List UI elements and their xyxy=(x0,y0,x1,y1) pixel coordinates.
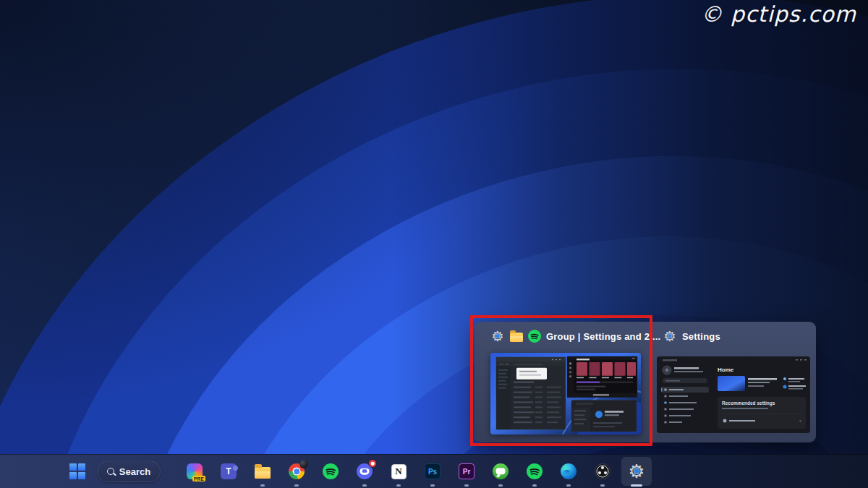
running-indicator xyxy=(464,484,469,487)
taskbar-item-google-chrome[interactable] xyxy=(281,455,312,488)
group-preview-thumbnail[interactable] xyxy=(490,353,641,435)
spotify-icon xyxy=(323,463,339,479)
settings-preview-thumbnail[interactable]: Home Recommended settings xyxy=(657,356,810,433)
group-preview-title: Group | Settings and 2 ... xyxy=(546,331,660,342)
taskbar-item-discord[interactable] xyxy=(349,455,380,488)
taskbar-item-settings[interactable]: ⚙ xyxy=(621,455,652,488)
preview-badge: PRE xyxy=(192,476,205,481)
windows-logo-icon xyxy=(69,463,85,479)
mini-file-explorer-window xyxy=(496,357,566,429)
taskbar-item-spotify-pinned[interactable] xyxy=(315,455,346,488)
taskbar-item-obs-studio[interactable] xyxy=(587,455,618,488)
notification-badge xyxy=(368,459,377,468)
spotify-icon xyxy=(528,330,541,343)
start-button[interactable] xyxy=(67,455,88,488)
mini-spotify-window xyxy=(567,356,637,397)
chat-bubble-icon xyxy=(493,463,509,479)
taskbar-preview-flyout: ⚙ Group | Settings and 2 ... xyxy=(475,322,816,442)
running-indicator xyxy=(362,484,367,487)
running-indicator-active xyxy=(631,484,642,487)
running-indicator xyxy=(396,484,401,487)
settings-gear-icon: ⚙ xyxy=(490,328,505,344)
file-explorer-icon xyxy=(510,333,523,342)
pctips-watermark: © pctips.com xyxy=(701,1,856,27)
svg-text:›: › xyxy=(799,418,801,424)
running-indicator xyxy=(532,484,537,487)
mini-context-menu xyxy=(516,368,547,380)
taskbar-item-file-explorer[interactable] xyxy=(247,455,278,488)
photoshop-icon: Ps xyxy=(425,463,441,479)
premiere-icon: Pr xyxy=(459,463,475,479)
svg-text:Home: Home xyxy=(718,367,734,373)
taskbar-item-notion[interactable]: N xyxy=(383,455,414,488)
taskbar-item-adobe-premiere-pro[interactable]: Pr xyxy=(451,455,482,488)
file-explorer-icon xyxy=(255,467,271,479)
running-indicator xyxy=(430,484,435,487)
search-label: Search xyxy=(119,466,150,477)
svg-text:Recommended settings: Recommended settings xyxy=(722,401,775,406)
taskbar-item-spotify[interactable] xyxy=(519,455,550,488)
spotify-icon xyxy=(527,463,542,479)
taskbar-item-adobe-photoshop[interactable]: Ps xyxy=(417,455,448,488)
search-box[interactable]: Search xyxy=(97,461,161,482)
search-icon xyxy=(107,468,114,475)
taskbar-item-microsoft-teams[interactable]: T xyxy=(213,455,244,488)
running-indicator xyxy=(498,484,503,487)
taskbar-item-microsoft-edge[interactable] xyxy=(553,455,584,488)
running-indicator xyxy=(566,484,571,487)
desktop-screen: © pctips.com ⚙ Group | Settings and 2 ..… xyxy=(0,0,868,488)
taskbar: Search PRE T xyxy=(0,454,868,488)
mini-settings-window xyxy=(571,400,637,432)
teams-icon: T xyxy=(221,463,237,479)
settings-preview-title: Settings xyxy=(682,331,720,342)
running-indicator xyxy=(294,484,299,487)
settings-gear-icon: ⚙ xyxy=(626,461,647,481)
edge-icon xyxy=(561,463,576,479)
taskbar-item-line-messenger[interactable] xyxy=(485,455,516,488)
taskbar-item-microsoft-365-copilot[interactable]: PRE xyxy=(179,455,210,488)
obs-icon xyxy=(595,463,610,479)
running-indicator xyxy=(260,484,265,487)
settings-gear-icon: ⚙ xyxy=(663,328,677,344)
running-indicator xyxy=(600,484,605,487)
notion-icon: N xyxy=(391,464,407,479)
chrome-profile-badge xyxy=(299,460,308,468)
